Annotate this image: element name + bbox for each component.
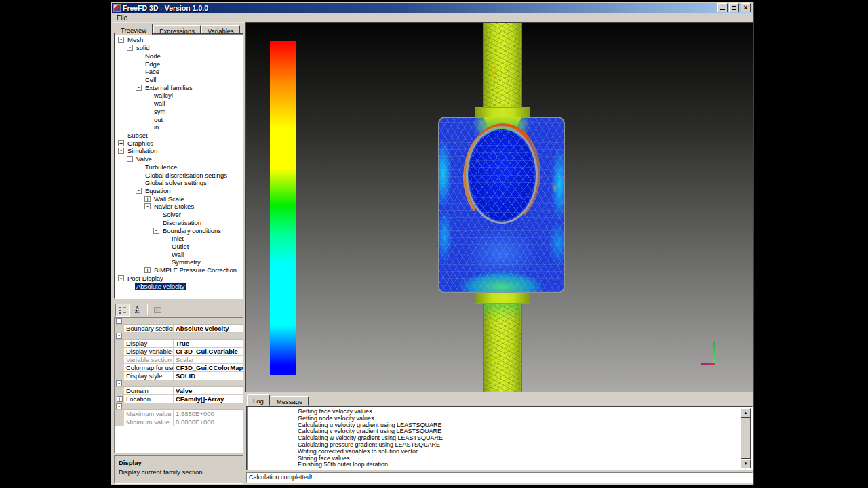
tree-item-global-solver-settings[interactable]: Global solver settings: [116, 179, 242, 187]
tree-item-solver[interactable]: Solver: [116, 211, 242, 219]
property-value[interactable]: 0.0000E+000: [174, 418, 243, 426]
tree-item-external-families[interactable]: -External families: [116, 83, 242, 92]
tree-item-subset[interactable]: Subset: [116, 131, 242, 140]
tab-log[interactable]: Log: [247, 394, 270, 406]
property-row-display-style[interactable]: Display styleSOLID: [115, 372, 243, 380]
log-tab-strip: Log Message: [247, 395, 309, 406]
tree-item-discretisation[interactable]: Discretisation: [116, 219, 242, 227]
expand-icon[interactable]: +: [118, 140, 124, 146]
tree-item-graphics[interactable]: +Graphics: [116, 139, 242, 147]
log-scrollbar[interactable]: ▲ ▼: [741, 408, 751, 468]
tree-item-absolute-velocity[interactable]: Absolute velocity: [116, 282, 242, 290]
property-value[interactable]: Absolute velocity: [174, 325, 243, 332]
scroll-down-icon[interactable]: ▼: [741, 459, 751, 468]
tree-item-valve[interactable]: -Valve: [116, 155, 242, 163]
property-row-maximum-value[interactable]: Maximum value1.6850E+000: [115, 410, 243, 418]
collapse-icon[interactable]: -: [144, 203, 151, 209]
property-value[interactable]: Scalar: [174, 356, 243, 363]
log-line: Writing corrected variables to solution …: [298, 449, 738, 455]
collapse-icon[interactable]: -: [136, 188, 142, 194]
tree-item-sym[interactable]: sym: [116, 107, 242, 115]
log-output[interactable]: Getting face velocity valuesGetting node…: [246, 406, 753, 470]
property-row-location[interactable]: +LocationCFamily[]-Array: [115, 395, 243, 403]
collapse-icon[interactable]: -: [116, 318, 122, 324]
property-pages-button[interactable]: [151, 304, 165, 317]
property-row-minimum-value[interactable]: Minimum value0.0000E+000: [115, 418, 243, 426]
tree-item-node[interactable]: Node: [116, 52, 242, 60]
collapse-icon[interactable]: -: [116, 333, 122, 339]
tree-item-label: External families: [144, 84, 194, 92]
property-row-domain[interactable]: DomainValve: [115, 387, 243, 395]
collapse-icon[interactable]: -: [136, 85, 142, 91]
menu-file[interactable]: File: [112, 14, 132, 22]
collapse-icon[interactable]: -: [118, 148, 124, 154]
expand-icon[interactable]: +: [144, 196, 151, 202]
property-grid[interactable]: -Boundary section narAbsolute velocity-D…: [114, 317, 243, 453]
property-section-row[interactable]: -: [115, 333, 243, 340]
property-row-variable-section[interactable]: Variable sectionScalar: [115, 356, 243, 364]
collapse-icon[interactable]: -: [153, 228, 159, 234]
property-row-display[interactable]: DisplayTrue: [115, 340, 243, 348]
collapse-icon[interactable]: -: [116, 403, 122, 409]
tab-message[interactable]: Message: [271, 396, 309, 406]
property-value[interactable]: CFamily[]-Array: [174, 395, 243, 403]
scrollbar-thumb[interactable]: [741, 418, 751, 459]
collapse-icon[interactable]: -: [118, 275, 124, 281]
property-value[interactable]: CF3D_Gui.CColorMap: [174, 364, 243, 371]
property-value[interactable]: True: [174, 340, 243, 347]
collapse-icon[interactable]: -: [127, 45, 133, 51]
tree-item-solid[interactable]: -solid: [116, 44, 242, 52]
close-button[interactable]: ×: [741, 3, 751, 12]
tree-item-wall-scale[interactable]: +Wall Scale: [116, 195, 242, 203]
property-value[interactable]: 1.6850E+000: [174, 410, 243, 418]
tree-item-symmetry[interactable]: Symmetry: [116, 258, 242, 266]
collapse-icon[interactable]: -: [127, 156, 133, 162]
property-section-row[interactable]: -: [115, 403, 243, 410]
tree-item-out[interactable]: out: [116, 115, 242, 123]
property-value[interactable]: SOLID: [174, 372, 243, 380]
collapse-icon[interactable]: -: [118, 37, 124, 43]
viewport-3d[interactable]: [245, 22, 753, 392]
tree-item-simple-pressure-correction[interactable]: +SIMPLE Pressure Correction: [116, 266, 242, 274]
tree-item-inlet[interactable]: Inlet: [116, 235, 242, 243]
tree-item-cell[interactable]: Cell: [116, 76, 242, 84]
tree-item-wall[interactable]: Wall: [116, 250, 242, 258]
model-tree[interactable]: -Mesh-solidNodeEdgeFaceCell-External fam…: [114, 33, 243, 299]
property-row-colormap-for-use[interactable]: Colormap for useCF3D_Gui.CColorMap: [115, 364, 243, 372]
property-value[interactable]: Valve: [174, 387, 243, 394]
property-section-row[interactable]: -: [115, 380, 243, 387]
tree-item-mesh[interactable]: -Mesh: [116, 36, 242, 44]
tab-treeview[interactable]: Treeview: [115, 24, 153, 35]
scroll-up-icon[interactable]: ▲: [741, 408, 751, 418]
tree-item-wallcyl[interactable]: wallcyl: [116, 92, 242, 100]
collapse-icon[interactable]: -: [116, 380, 122, 386]
categorized-button[interactable]: [115, 304, 130, 317]
restore-button[interactable]: [729, 3, 739, 12]
tree-item-face[interactable]: Face: [116, 68, 242, 76]
tree-item-simulation[interactable]: -Simulation: [116, 147, 242, 155]
alphabetical-sort-button[interactable]: AZ↓: [130, 304, 144, 317]
property-row-boundary-section-nar[interactable]: Boundary section narAbsolute velocity: [115, 325, 243, 333]
tree-item-in[interactable]: in: [116, 123, 242, 131]
tree-item-wall[interactable]: wall: [116, 100, 242, 108]
expand-icon[interactable]: +: [144, 267, 151, 273]
tree-item-label: wall: [153, 100, 166, 107]
property-value[interactable]: CF3D_Gui.CVariable: [174, 348, 243, 355]
title-bar[interactable]: FreeFD 3D - Version 1.0.0 ×: [112, 3, 752, 13]
tree-item-outlet[interactable]: Outlet: [116, 243, 242, 251]
tree-item-edge[interactable]: Edge: [116, 60, 242, 68]
application-window: FreeFD 3D - Version 1.0.0 × File Treevie…: [111, 2, 754, 485]
tree-item-boundary-conditions[interactable]: -Boundary conditions: [116, 226, 242, 235]
tree-item-navier-stokes[interactable]: -Navier Stokes: [116, 203, 242, 211]
tree-item-global-discretisation-settings[interactable]: Global discretisation settings: [116, 171, 242, 179]
minimize-button[interactable]: [717, 3, 728, 12]
property-section-row[interactable]: -: [115, 318, 243, 325]
property-label: Location: [124, 395, 174, 403]
tree-item-equation[interactable]: -Equation: [116, 187, 242, 195]
expand-icon[interactable]: +: [117, 396, 123, 402]
tree-item-label: Global discretisation settings: [144, 171, 229, 179]
property-row-display-variable[interactable]: Display variableCF3D_Gui.CVariable: [115, 348, 243, 356]
toolbar-separator: [147, 304, 148, 315]
tree-item-turbulence[interactable]: Turbulence: [116, 163, 242, 171]
tree-item-post-display[interactable]: -Post Display: [116, 274, 242, 283]
